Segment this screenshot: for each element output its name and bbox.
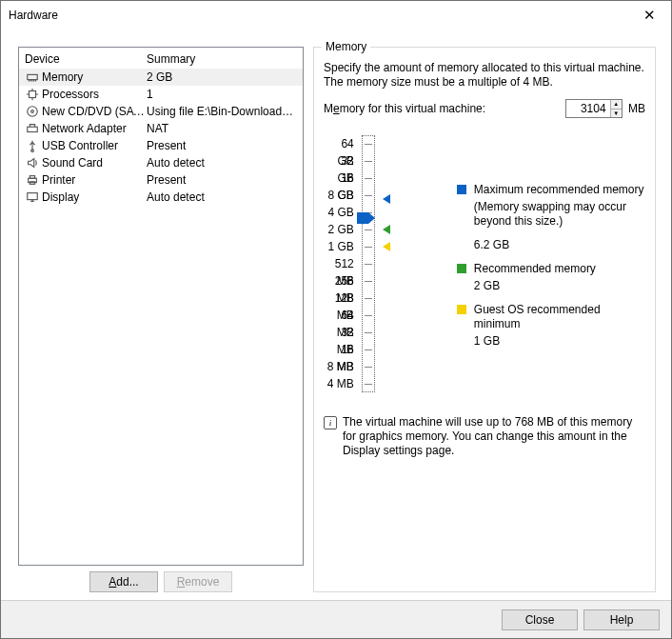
device-row-printer[interactable]: PrinterPresent (19, 171, 303, 189)
tick-label: 256 MB (324, 272, 354, 290)
device-list-header: Device Summary (19, 48, 303, 69)
memory-field-row: Memory for this virtual machine: ▲▼ MB (324, 99, 645, 118)
spinner-buttons[interactable]: ▲▼ (610, 100, 622, 117)
device-summary: 1 (147, 88, 297, 101)
legend-max-label: Maximum recommended memory (474, 183, 644, 197)
device-row-network[interactable]: Network AdapterNAT (19, 120, 303, 137)
tick-label: 64 GB (324, 135, 354, 152)
marker-column (383, 135, 392, 392)
memory-legend: Maximum recommended memory (Memory swapp… (457, 183, 645, 392)
tick-label: 8 MB (324, 358, 354, 375)
info-note: i The virtual machine will use up to 768… (324, 415, 645, 458)
marker-arrow (383, 194, 390, 204)
add-button[interactable]: Add... (89, 571, 158, 592)
help-button[interactable]: Help (583, 609, 660, 630)
marker-arrow (383, 242, 390, 251)
device-row-memory[interactable]: Memory2 GB (19, 69, 303, 86)
device-summary: Using file E:\Bin-Downloads\li... (147, 105, 297, 118)
slider-column (362, 135, 375, 392)
device-name: New CD/DVD (SATA) (42, 105, 147, 118)
tick-label: 4 GB (324, 204, 354, 221)
legend-min-label: Guest OS recommended minimum (474, 303, 645, 331)
device-row-usb[interactable]: USB ControllerPresent (19, 137, 303, 154)
footer: Close Help (1, 600, 671, 638)
device-name: Printer (42, 173, 147, 187)
chevron-down-icon[interactable]: ▼ (611, 110, 622, 118)
memory-scale: 64 GB32 GB16 GB8 GB4 GB2 GB1 GB512 MB256… (324, 135, 645, 392)
info-text: The virtual machine will use up to 768 M… (343, 415, 645, 458)
settings-pane: Memory Specify the amount of memory allo… (313, 47, 656, 592)
svg-marker-10 (357, 212, 375, 224)
memory-spinner[interactable]: ▲▼ (565, 99, 623, 118)
device-name: Display (42, 190, 147, 204)
device-name: Network Adapter (42, 122, 147, 135)
svg-point-2 (28, 107, 38, 117)
memory-icon (25, 70, 40, 85)
swatch-min (457, 305, 466, 314)
legend-min-value: 1 GB (474, 334, 645, 349)
tick-label: 512 MB (324, 255, 354, 272)
device-name: Memory (42, 70, 147, 84)
close-icon[interactable]: ✕ (627, 1, 671, 30)
memory-description: Specify the amount of memory allocated t… (324, 61, 645, 90)
svg-rect-4 (28, 127, 38, 131)
content-area: Device Summary Memory2 GBProcessors1New … (1, 30, 671, 600)
group-label: Memory (322, 40, 370, 53)
tick-label: 2 GB (324, 221, 354, 238)
marker-arrow (383, 225, 390, 234)
swatch-rec (457, 264, 466, 273)
memory-unit: MB (628, 102, 645, 115)
svg-point-3 (31, 110, 34, 113)
device-summary: Auto detect (147, 190, 297, 204)
device-row-sound[interactable]: Sound CardAuto detect (19, 154, 303, 171)
slider-knob[interactable] (357, 212, 376, 227)
svg-rect-0 (28, 74, 38, 79)
device-pane: Device Summary Memory2 GBProcessors1New … (18, 47, 304, 592)
disc-icon (25, 104, 40, 119)
window-title: Hardware (9, 9, 627, 22)
legend-max-value: 6.2 GB (474, 238, 645, 252)
hardware-window: Hardware ✕ Device Summary Memory2 GBProc… (0, 0, 672, 639)
memory-input[interactable] (566, 100, 610, 117)
memory-slider[interactable] (362, 135, 375, 392)
device-name: Sound Card (42, 156, 147, 170)
close-button[interactable]: Close (502, 609, 578, 630)
svg-rect-1 (30, 91, 36, 98)
device-summary: Present (147, 139, 297, 152)
legend-max-note: (Memory swapping may occur beyond this s… (474, 200, 645, 229)
chevron-up-icon[interactable]: ▲ (611, 100, 622, 110)
network-icon (25, 121, 40, 136)
device-name: Processors (42, 88, 147, 101)
display-icon (25, 190, 40, 205)
info-icon: i (324, 416, 337, 429)
printer-icon (25, 172, 40, 188)
tick-label: 8 GB (324, 187, 354, 204)
cpu-icon (25, 87, 40, 102)
device-summary: Auto detect (147, 156, 297, 170)
col-device[interactable]: Device (25, 52, 147, 66)
col-summary[interactable]: Summary (147, 52, 297, 66)
tick-label: 4 MB (324, 375, 354, 392)
svg-rect-9 (28, 193, 38, 200)
usb-icon (25, 138, 40, 153)
device-summary: NAT (147, 122, 297, 135)
device-buttons: Add... Remove (18, 566, 304, 592)
sound-icon (25, 155, 40, 170)
device-summary: 2 GB (147, 70, 297, 84)
tick-label: 1 GB (324, 238, 354, 255)
legend-rec-label: Recommended memory (474, 262, 596, 276)
device-name: USB Controller (42, 139, 147, 152)
tick-label: 128 MB (324, 290, 354, 307)
titlebar: Hardware ✕ (1, 1, 671, 30)
svg-rect-7 (30, 176, 34, 179)
device-row-display[interactable]: DisplayAuto detect (19, 189, 303, 206)
swatch-max (457, 185, 466, 194)
remove-button: Remove (164, 571, 232, 592)
device-summary: Present (147, 173, 297, 187)
device-row-disc[interactable]: New CD/DVD (SATA)Using file E:\Bin-Downl… (19, 103, 303, 120)
memory-field-label: Memory for this virtual machine: (324, 102, 485, 115)
memory-group: Memory Specify the amount of memory allo… (313, 47, 656, 592)
legend-rec-value: 2 GB (474, 279, 645, 293)
device-list: Device Summary Memory2 GBProcessors1New … (18, 47, 304, 566)
device-row-cpu[interactable]: Processors1 (19, 86, 303, 103)
